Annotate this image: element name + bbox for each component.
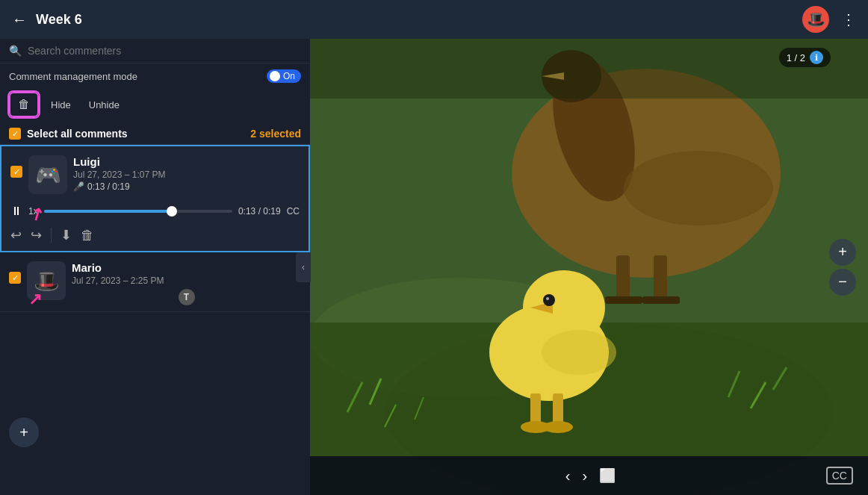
delete-button[interactable]: 🗑 xyxy=(9,92,39,117)
duck-scene xyxy=(310,39,868,495)
progress-dot xyxy=(167,206,177,217)
luigi-header-row: ✓ 🎮 Luigi Jul 27, 2023 – 1:07 PM 🎤 0:13 … xyxy=(1,146,309,200)
select-all-left: ✓ Select all comments xyxy=(9,128,128,140)
add-comment-button[interactable]: + xyxy=(9,417,39,447)
mario-username: Mario xyxy=(72,261,301,274)
luigi-actions: ↩ ↪ ⬇ 🗑 xyxy=(1,224,309,251)
mario-type-icon: T xyxy=(72,289,301,305)
luigi-avatar: 🎮 xyxy=(28,155,67,194)
avatar[interactable]: 🎩 xyxy=(802,6,829,33)
mario-date: Jul 27, 2023 – 2:25 PM xyxy=(72,275,301,286)
unhide-button[interactable]: Unhide xyxy=(83,96,125,113)
mario-checkbox[interactable]: ✓ xyxy=(9,272,21,284)
svg-rect-10 xyxy=(605,296,642,304)
separator xyxy=(51,228,52,243)
svg-point-22 xyxy=(543,421,573,433)
page-title: Week 6 xyxy=(36,12,82,28)
main-layout: 🔍 Comment management mode On 🗑 Hide Unhi… xyxy=(0,39,868,495)
reply-voice-button[interactable]: ↪ xyxy=(31,227,42,243)
svg-rect-9 xyxy=(654,255,667,300)
svg-point-16 xyxy=(543,294,555,306)
hide-button[interactable]: Hide xyxy=(45,96,77,113)
mario-check[interactable]: ✓ xyxy=(9,272,21,284)
svg-point-18 xyxy=(542,330,616,375)
luigi-duration-text: 0:13 / 0:19 xyxy=(87,181,130,192)
luigi-duration: 🎤 0:13 / 0:19 xyxy=(73,181,300,192)
time-display: 0:13 / 0:19 xyxy=(238,206,281,217)
text-type-badge: T xyxy=(179,289,195,305)
header: ← Week 6 🎩 ⋮ xyxy=(0,0,868,39)
luigi-date: Jul 27, 2023 – 1:07 PM xyxy=(73,169,300,180)
pause-button[interactable]: ⏸ xyxy=(10,205,22,218)
checkbox-check-icon: ✓ xyxy=(12,129,19,139)
search-bar: 🔍 xyxy=(0,39,310,63)
search-input[interactable] xyxy=(28,45,301,57)
more-button[interactable]: ⋮ xyxy=(841,10,856,28)
progress-bar[interactable] xyxy=(44,210,232,213)
luigi-username: Luigi xyxy=(73,155,300,168)
select-all-bar: ✓ Select all comments 2 selected xyxy=(0,123,310,145)
mario-header-row: ✓ 🎩 Mario Jul 27, 2023 – 2:25 PM T xyxy=(0,252,310,311)
comment-item-luigi[interactable]: ↗ ✓ 🎮 Luigi Jul 27, 2023 – 1:07 PM 🎤 0:1… xyxy=(0,145,310,252)
header-left: ← Week 6 xyxy=(12,11,82,28)
select-all-checkbox[interactable]: ✓ xyxy=(9,128,21,140)
mario-avatar: 🎩 xyxy=(27,261,66,300)
luigi-check[interactable]: ✓ xyxy=(10,166,22,178)
luigi-audio-player: ⏸ 1x 0:13 / 0:19 CC xyxy=(1,200,309,224)
luigi-checkbox[interactable]: ✓ xyxy=(10,166,22,178)
info-icon[interactable]: ℹ xyxy=(810,51,823,64)
mgmt-mode-label: Comment management mode xyxy=(9,71,137,82)
svg-point-17 xyxy=(546,297,549,300)
selected-count: 2 selected xyxy=(250,128,301,140)
cc-button[interactable]: CC xyxy=(287,206,300,217)
action-bar: 🗑 Hide Unhide xyxy=(0,89,310,123)
select-all-label: Select all comments xyxy=(27,128,128,140)
back-button[interactable]: ← xyxy=(12,11,27,28)
sidebar: 🔍 Comment management mode On 🗑 Hide Unhi… xyxy=(0,39,310,495)
collapse-handle[interactable]: ‹ xyxy=(296,252,311,282)
delete-comment-button[interactable]: 🗑 xyxy=(81,228,94,243)
svg-point-12 xyxy=(624,151,773,225)
speed-button[interactable]: 1x xyxy=(28,206,38,217)
svg-rect-30 xyxy=(310,39,868,99)
luigi-meta: Luigi Jul 27, 2023 – 1:07 PM 🎤 0:13 / 0:… xyxy=(73,155,300,192)
collapse-icon: ‹ xyxy=(302,262,305,273)
comment-item-mario[interactable]: ↗ ✓ 🎩 Mario Jul 27, 2023 – 2:25 PM T xyxy=(0,252,310,312)
mario-meta: Mario Jul 27, 2023 – 2:25 PM T xyxy=(72,261,301,305)
progress-fill xyxy=(44,210,173,213)
image-area: 1 / 2 ℹ + − ‹ › ⬜ CC xyxy=(310,39,868,495)
svg-rect-11 xyxy=(642,296,680,304)
mic-icon: 🎤 xyxy=(73,181,84,192)
toggle-label: On xyxy=(283,71,295,81)
mgmt-toggle[interactable]: On xyxy=(267,69,301,83)
download-button[interactable]: ⬇ xyxy=(61,227,72,243)
mgmt-mode-bar: Comment management mode On xyxy=(0,63,310,89)
header-right: 🎩 ⋮ xyxy=(802,6,856,33)
search-icon: 🔍 xyxy=(9,45,22,57)
reply-button[interactable]: ↩ xyxy=(10,227,22,243)
comment-list: ↗ ✓ 🎮 Luigi Jul 27, 2023 – 1:07 PM 🎤 0:1… xyxy=(0,145,310,495)
toggle-circle xyxy=(270,71,280,81)
svg-rect-8 xyxy=(616,255,630,300)
